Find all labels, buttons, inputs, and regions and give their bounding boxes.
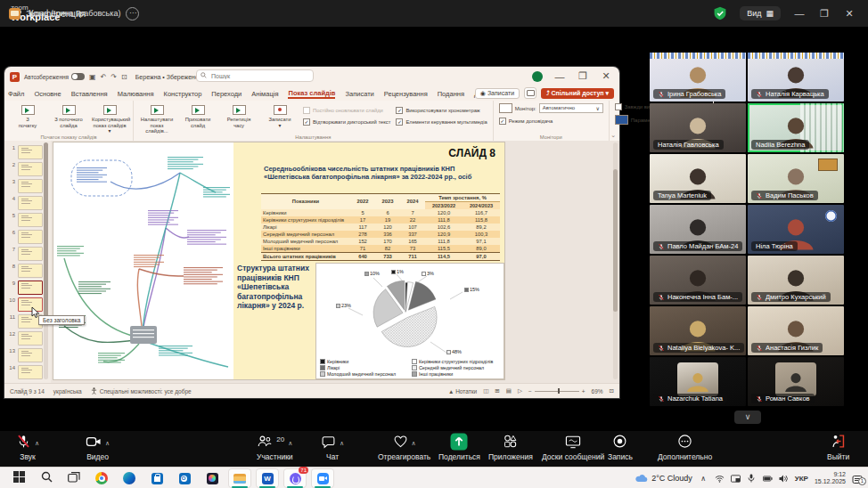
slide-thumbnail-4[interactable]: 4 xyxy=(8,196,43,210)
account-avatar[interactable] xyxy=(532,71,543,82)
normal-view-icon[interactable]: ◫ xyxy=(483,387,488,394)
checkbox-Використовувати хронометраж[interactable]: ✓Використовувати хронометраж xyxy=(396,107,487,114)
ppt-restore-button[interactable]: ❐ xyxy=(577,70,589,82)
ppt-minimize-button[interactable]: — xyxy=(553,71,566,82)
slideshow-quick-icon[interactable]: ⊡ xyxy=(121,73,127,81)
microphone-icon[interactable] xyxy=(747,474,757,484)
taskbar-app-taskview[interactable] xyxy=(62,468,86,488)
tray-expand-icon[interactable]: ∧ xyxy=(699,474,708,484)
tab-options-icon[interactable]: ⋯ xyxy=(126,7,139,20)
slide-thumbnail-5[interactable]: 5 xyxy=(8,213,43,227)
minimize-button[interactable]: — xyxy=(793,8,806,19)
slide-thumbnail-3[interactable]: 3 xyxy=(8,179,43,193)
taskbar-app-colorapp[interactable] xyxy=(201,468,224,488)
share-access-button[interactable]: ⤴ Спільний доступ ▾ xyxy=(541,88,614,99)
weather-widget[interactable]: 2°C Cloudy xyxy=(635,474,692,483)
ppt-close-button[interactable]: ✕ xyxy=(600,70,612,82)
language-indicator[interactable]: українська xyxy=(53,388,82,394)
view-button[interactable]: Вид ▦ xyxy=(740,6,781,20)
search-input[interactable] xyxy=(196,69,314,82)
ribbon-button[interactable]: Зпочатку xyxy=(10,103,45,128)
slide-thumbnail-9[interactable]: 9 xyxy=(8,281,43,295)
wifi-icon[interactable] xyxy=(715,474,725,484)
toolbar-whiteboard[interactable]: Доски сообщений xyxy=(542,435,604,461)
ribbon-tab-Анімація[interactable]: Анімація xyxy=(251,90,278,98)
toolbar-react[interactable]: ∧Отреагировать xyxy=(378,435,430,461)
participant-tile[interactable]: Nazarchuk Tatiana xyxy=(650,357,746,406)
participant-tile[interactable]: Ірина Грабовська xyxy=(650,53,746,102)
language-switcher[interactable]: УКР xyxy=(795,475,808,483)
chevron-up-icon[interactable]: ∧ xyxy=(288,440,292,447)
chevron-up-icon[interactable]: ∧ xyxy=(105,440,110,447)
checkbox-Режим доповідача[interactable]: ✓Режим доповідача xyxy=(499,118,553,125)
participant-tile[interactable]: Роман Савков xyxy=(748,357,844,406)
restore-button[interactable]: ❐ xyxy=(818,8,831,20)
tab-screen-share[interactable]: Экран (Ірина Грабовська) ⋯ xyxy=(0,0,148,27)
ribbon-button[interactable]: Записати▾ xyxy=(262,103,298,128)
ribbon-tab-Записати[interactable]: Записати xyxy=(345,90,373,98)
participant-tile[interactable]: Анастасія Гизлик xyxy=(748,306,844,355)
slide-position[interactable]: Слайд 9 з 14 xyxy=(10,388,45,394)
ribbon-button[interactable]: З поточногослайда xyxy=(51,103,86,128)
speaker-icon[interactable] xyxy=(779,474,789,484)
undo-icon[interactable]: ↶ xyxy=(101,73,107,81)
record-button[interactable]: ◉ Записати xyxy=(475,88,520,99)
monitor-dropdown[interactable]: Автоматично∨ xyxy=(539,103,603,113)
slide-thumbnail-13[interactable]: 13 xyxy=(8,348,43,362)
checkbox-Елементи керування мультимедіа[interactable]: ✓Елементи керування мультимедіа xyxy=(396,118,487,126)
participant-tile[interactable]: Nataliya Bielyakova- K... xyxy=(650,306,746,355)
toolbar-mic-muted[interactable]: ∧Звук xyxy=(16,435,39,461)
taskbar-app-start[interactable] xyxy=(7,468,30,488)
redo-icon[interactable]: ↷ xyxy=(111,73,117,81)
zoom-slider[interactable]: − + xyxy=(528,388,585,394)
toolbar-participants[interactable]: 20∧Участники xyxy=(257,435,293,461)
slide-thumbnail-14[interactable]: 14 xyxy=(8,365,43,379)
toolbar-leave[interactable]: Выйти xyxy=(827,435,849,461)
ribbon-tab-Рецензування[interactable]: Рецензування xyxy=(384,90,428,98)
slide-thumbnail-8[interactable]: 8 xyxy=(8,264,43,278)
taskbar-app-zoom[interactable] xyxy=(311,468,334,488)
zoom-level[interactable]: 69% xyxy=(592,388,603,394)
slide-thumbnail-2[interactable]: 2 xyxy=(8,162,43,176)
taskbar-app-chrome[interactable] xyxy=(90,468,113,488)
cast-icon[interactable] xyxy=(731,474,741,484)
security-shield-icon[interactable] xyxy=(713,6,727,20)
participant-tile[interactable]: Наконечна Інна Бам-... xyxy=(650,256,746,305)
ribbon-tab-Вставлення[interactable]: Вставлення xyxy=(71,90,108,98)
autosave-toggle[interactable]: Автозбереження xyxy=(24,73,85,80)
comments-icon[interactable] xyxy=(524,87,536,99)
close-button[interactable]: ✕ xyxy=(843,8,856,20)
slideshow-icon[interactable]: ▷ xyxy=(518,387,522,394)
checkbox-Відтворювати дикторський текст[interactable]: ✓Відтворювати дикторський текст xyxy=(303,118,390,126)
ribbon-tab-Подання[interactable]: Подання xyxy=(438,90,464,98)
participant-tile[interactable]: Наталія Карвацька xyxy=(748,53,844,102)
ribbon-tab-Малювання[interactable]: Малювання xyxy=(118,90,154,98)
ribbon-tab-Переходи[interactable]: Переходи xyxy=(211,90,242,98)
toolbar-camera[interactable]: ∧Видео xyxy=(86,435,110,461)
participant-tile[interactable]: Tanya Marteniuk xyxy=(650,154,746,203)
checkbox-Постійно оновлювати слайди[interactable]: Постійно оновлювати слайди xyxy=(303,107,390,114)
participant-tile[interactable]: Наталія Гавловська xyxy=(650,103,746,152)
slide-thumbnail-12[interactable]: 12 xyxy=(8,331,43,346)
notification-center[interactable]: 1 xyxy=(852,473,863,484)
more-participants-button[interactable]: ∨ xyxy=(734,411,761,424)
thumbnail-scrollbar[interactable] xyxy=(44,142,48,379)
accessibility-status[interactable]: Спеціальні можливості: усе добре xyxy=(100,388,192,394)
fit-to-window-icon[interactable]: ⊡ xyxy=(610,387,614,394)
chevron-up-icon[interactable]: ∧ xyxy=(412,440,416,447)
taskbar-app-explorer[interactable] xyxy=(228,468,251,488)
taskbar-app-word[interactable]: W xyxy=(256,468,279,488)
slide-sorter-icon[interactable]: ⊞ xyxy=(495,387,499,394)
participant-tile[interactable]: Nadiia Berezhna xyxy=(748,103,844,152)
slide-thumbnail-6[interactable]: 6 xyxy=(8,230,43,244)
ribbon-tab-Основне[interactable]: Основне xyxy=(34,90,61,98)
taskbar-app-outlook[interactable]: O xyxy=(173,468,196,488)
battery-icon[interactable] xyxy=(763,474,773,484)
ribbon-button[interactable]: Налаштуватипоказ слайдів... xyxy=(139,103,175,134)
save-icon[interactable]: ▣ xyxy=(89,73,96,81)
ribbon-button[interactable]: Приховатислайд xyxy=(180,103,216,128)
canvas-scrollbar[interactable] xyxy=(613,142,618,379)
participant-tile[interactable]: Вадим Паськов xyxy=(748,154,844,203)
reading-view-icon[interactable]: ▤ xyxy=(506,387,512,394)
chevron-up-icon[interactable]: ∧ xyxy=(35,440,39,447)
